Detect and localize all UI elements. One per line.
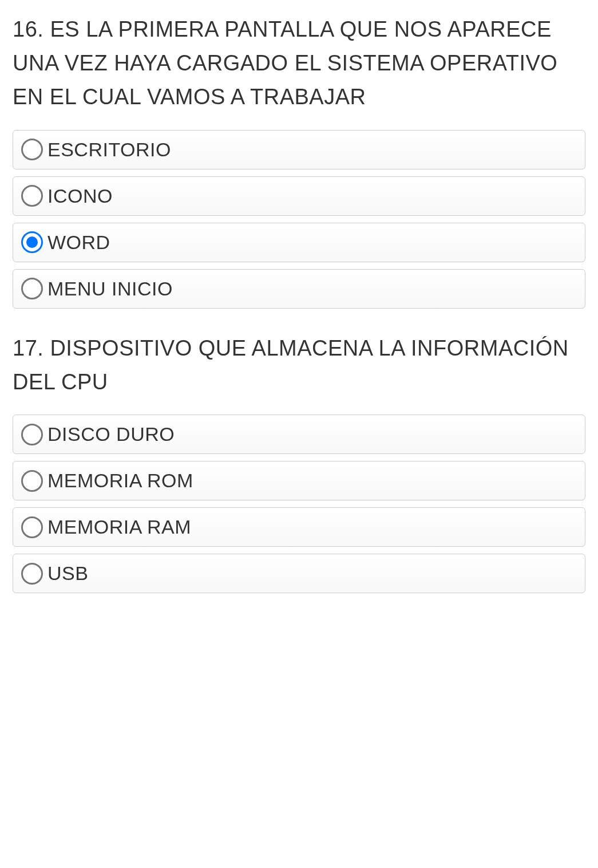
options-list: DISCO DURO MEMORIA ROM MEMORIA RAM USB [13, 415, 585, 593]
question-number: 16. [13, 17, 43, 41]
question-17: 17. DISPOSITIVO QUE ALMACENA LA INFORMAC… [13, 332, 585, 594]
option-disco-duro[interactable]: DISCO DURO [13, 415, 585, 454]
radio-icon [21, 563, 43, 585]
option-usb[interactable]: USB [13, 554, 585, 593]
options-list: ESCRITORIO ICONO WORD MENU INICIO [13, 130, 585, 309]
option-escritorio[interactable]: ESCRITORIO [13, 130, 585, 169]
option-label: MEMORIA ROM [47, 469, 193, 492]
radio-icon [21, 185, 43, 207]
option-word[interactable]: WORD [13, 223, 585, 262]
question-body: ES LA PRIMERA PANTALLA QUE NOS APARECE U… [13, 17, 557, 109]
option-label: WORD [47, 231, 110, 254]
radio-icon [21, 278, 43, 299]
option-label: MENU INICIO [47, 278, 173, 300]
option-icono[interactable]: ICONO [13, 176, 585, 216]
radio-icon [21, 516, 43, 538]
option-label: USB [47, 562, 88, 585]
option-memoria-rom[interactable]: MEMORIA ROM [13, 461, 585, 500]
radio-icon [21, 424, 43, 445]
question-body: DISPOSITIVO QUE ALMACENA LA INFORMACIÓN … [13, 336, 569, 394]
question-text: 17. DISPOSITIVO QUE ALMACENA LA INFORMAC… [13, 332, 585, 399]
option-label: ESCRITORIO [47, 139, 171, 161]
radio-icon [21, 231, 43, 253]
option-label: ICONO [47, 185, 113, 207]
question-number: 17. [13, 336, 43, 360]
radio-icon [21, 139, 43, 160]
option-memoria-ram[interactable]: MEMORIA RAM [13, 507, 585, 547]
radio-icon [21, 470, 43, 492]
question-text: 16. ES LA PRIMERA PANTALLA QUE NOS APARE… [13, 13, 585, 114]
option-menu-inicio[interactable]: MENU INICIO [13, 269, 585, 309]
option-label: MEMORIA RAM [47, 516, 191, 538]
option-label: DISCO DURO [47, 423, 175, 445]
question-16: 16. ES LA PRIMERA PANTALLA QUE NOS APARE… [13, 13, 585, 309]
